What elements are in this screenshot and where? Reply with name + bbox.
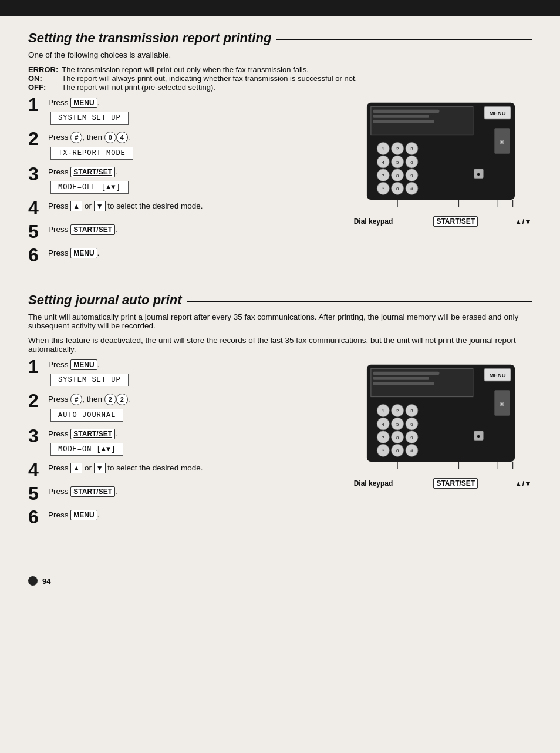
startset-key-5[interactable]: START/SET bbox=[70, 224, 115, 235]
option-text-on: The report will always print out, indica… bbox=[62, 74, 360, 83]
startset-label-2: START/SET bbox=[433, 478, 478, 489]
s2-menu-key-1[interactable]: MENU bbox=[70, 359, 97, 370]
section2-intro1: The unit will automatically print a jour… bbox=[28, 312, 532, 330]
arrow-label-1: ▲/▼ bbox=[515, 217, 532, 226]
step6: 6 Press MENU. bbox=[28, 248, 332, 264]
s2-hash-key[interactable]: # bbox=[70, 394, 82, 405]
svg-text:*: * bbox=[382, 186, 384, 191]
section2-intro2: When this feature is deactivated, the un… bbox=[28, 336, 532, 354]
section1-options: ERROR: The transmission report will prin… bbox=[28, 65, 532, 92]
svg-text:2: 2 bbox=[396, 146, 399, 152]
svg-text:0: 0 bbox=[396, 186, 399, 191]
section2-image-col: MENU 1 2 3 4 5 6 7 8 bbox=[332, 359, 532, 489]
svg-text:8: 8 bbox=[396, 173, 399, 179]
section2-image-labels: Dial keypad START/SET ▲/▼ bbox=[350, 478, 532, 489]
page-number-area: 94 bbox=[28, 576, 532, 586]
svg-rect-2 bbox=[373, 110, 439, 113]
page-number: 94 bbox=[42, 577, 50, 586]
svg-text:9: 9 bbox=[410, 173, 413, 179]
s2-step3-number: 3 bbox=[28, 426, 45, 445]
s2-two-key-2[interactable]: 2 bbox=[116, 394, 128, 405]
section1-steps-image: 1 Press MENU. SYSTEM SET UP 2 Press #, t… bbox=[28, 98, 532, 271]
svg-text:6: 6 bbox=[410, 160, 413, 165]
s2-startset-key-5[interactable]: START/SET bbox=[70, 486, 115, 497]
svg-text:8: 8 bbox=[396, 435, 399, 441]
hash-key[interactable]: # bbox=[70, 132, 82, 143]
step2-number: 2 bbox=[28, 129, 45, 148]
s2-step1-number: 1 bbox=[28, 357, 45, 376]
svg-rect-4 bbox=[373, 120, 434, 123]
section1: Setting the transmission report printing… bbox=[28, 31, 532, 271]
option-key-off: OFF: bbox=[28, 83, 62, 92]
s2-step1-content: Press MENU. SYSTEM SET UP bbox=[48, 359, 332, 386]
svg-text:1: 1 bbox=[382, 408, 384, 414]
page-content: Setting the transmission report printing… bbox=[0, 16, 560, 604]
section2-title-line bbox=[187, 301, 532, 302]
step5: 5 Press START/SET. bbox=[28, 224, 332, 241]
s2-step2: 2 Press #, then 22. AUTO JOURNAL bbox=[28, 394, 332, 422]
svg-text:5: 5 bbox=[396, 422, 399, 427]
s2-step2-text: Press #, then 22. bbox=[48, 394, 332, 405]
svg-rect-3 bbox=[373, 115, 429, 118]
s2-step5: 5 Press START/SET. bbox=[28, 486, 332, 503]
step6-content: Press MENU. bbox=[48, 248, 332, 261]
svg-text:7: 7 bbox=[382, 435, 384, 441]
section1-image-labels: Dial keypad START/SET ▲/▼ bbox=[350, 216, 532, 227]
svg-text:▣: ▣ bbox=[500, 139, 504, 144]
step4-number: 4 bbox=[28, 199, 45, 217]
svg-text:1: 1 bbox=[382, 146, 384, 152]
bullet-icon bbox=[28, 576, 38, 586]
footer: 94 bbox=[28, 557, 532, 586]
option-row-off: OFF: The report will not print (pre-sele… bbox=[28, 83, 360, 92]
s2-down-arrow-4[interactable]: ▼ bbox=[94, 463, 106, 473]
down-arrow-4[interactable]: ▼ bbox=[94, 201, 106, 211]
s2-step2-number: 2 bbox=[28, 391, 45, 410]
up-arrow-4[interactable]: ▲ bbox=[70, 201, 82, 211]
svg-text:4: 4 bbox=[382, 422, 385, 427]
option-key-on: ON: bbox=[28, 74, 62, 83]
svg-rect-42 bbox=[373, 377, 429, 380]
s2-startset-key-3[interactable]: START/SET bbox=[70, 429, 115, 439]
arrow-label-2: ▲/▼ bbox=[515, 479, 532, 488]
section2: Setting journal auto print The unit will… bbox=[28, 293, 532, 533]
section1-steps-col: 1 Press MENU. SYSTEM SET UP 2 Press #, t… bbox=[28, 98, 332, 271]
fax-device-svg-1: MENU 1 2 3 4 5 6 bbox=[350, 98, 532, 215]
s2-up-arrow-4[interactable]: ▲ bbox=[70, 463, 82, 473]
s2-step1: 1 Press MENU. SYSTEM SET UP bbox=[28, 359, 332, 386]
option-text-off: The report will not print (pre-selected … bbox=[62, 83, 360, 92]
s2-step3-text: Press START/SET. bbox=[48, 429, 332, 439]
s2-step6-text: Press MENU. bbox=[48, 510, 332, 520]
option-key-error: ERROR: bbox=[28, 65, 62, 74]
svg-text:5: 5 bbox=[396, 160, 399, 165]
startset-key-3[interactable]: START/SET bbox=[70, 167, 115, 177]
svg-text:2: 2 bbox=[396, 408, 399, 414]
menu-key-6[interactable]: MENU bbox=[70, 248, 97, 258]
section1-title-line bbox=[276, 39, 532, 40]
four-key[interactable]: 4 bbox=[116, 132, 128, 143]
zero-key[interactable]: 0 bbox=[104, 132, 116, 143]
fax-device-svg-2: MENU 1 2 3 4 5 6 7 8 bbox=[350, 359, 532, 477]
svg-text:MENU: MENU bbox=[489, 372, 505, 378]
s2-two-key-1[interactable]: 2 bbox=[104, 394, 116, 405]
step6-number: 6 bbox=[28, 246, 45, 264]
svg-text:◆: ◆ bbox=[477, 172, 481, 177]
svg-text:3: 3 bbox=[410, 146, 413, 152]
s2-step5-text: Press START/SET. bbox=[48, 486, 332, 497]
step1-text: Press MENU. bbox=[48, 98, 332, 108]
svg-text:3: 3 bbox=[410, 408, 413, 414]
dial-keypad-label-1: Dial keypad bbox=[350, 217, 397, 226]
s2-step3-content: Press START/SET. MODE=ON [▲▼] bbox=[48, 429, 332, 456]
s2-step5-content: Press START/SET. bbox=[48, 486, 332, 499]
svg-text:6: 6 bbox=[410, 422, 413, 427]
s2-step6: 6 Press MENU. bbox=[28, 510, 332, 526]
step3-display: MODE=OFF [▲▼] bbox=[50, 181, 129, 194]
svg-text:*: * bbox=[382, 448, 384, 453]
s2-step1-text: Press MENU. bbox=[48, 359, 332, 370]
svg-text:4: 4 bbox=[382, 160, 385, 165]
s2-menu-key-6[interactable]: MENU bbox=[70, 510, 97, 520]
section2-steps-image: 1 Press MENU. SYSTEM SET UP 2 Press #, t… bbox=[28, 359, 532, 533]
step3-content: Press START/SET. MODE=OFF [▲▼] bbox=[48, 167, 332, 194]
section2-steps-col: 1 Press MENU. SYSTEM SET UP 2 Press #, t… bbox=[28, 359, 332, 533]
menu-key-1[interactable]: MENU bbox=[70, 98, 97, 108]
step1-content: Press MENU. SYSTEM SET UP bbox=[48, 98, 332, 125]
